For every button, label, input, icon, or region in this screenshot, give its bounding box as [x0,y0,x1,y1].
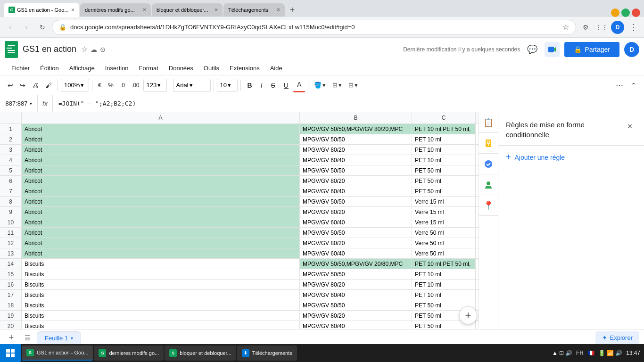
tab2-close[interactable]: × [143,7,146,13]
notes-icon[interactable]: 📋 [479,112,498,133]
menu-format[interactable]: Format [134,63,163,74]
cell-b[interactable]: MPGV/GV 80/20 [300,311,412,321]
menu-edition[interactable]: Édition [35,63,64,74]
text-color-button[interactable]: A [293,78,305,92]
cell-b[interactable]: MPGV/GV 50/50,MPGV/GV 80/20,MPC [300,124,412,134]
currency-button[interactable]: € [95,78,104,92]
cell-a[interactable]: Abricot [22,176,300,186]
cell-c[interactable]: PET 10 ml [412,134,476,144]
cell-b[interactable]: MPGV/GV 50/50 [300,228,412,238]
cell-b[interactable]: MPGV/GV 60/40 [300,217,412,227]
window-minimize[interactable] [611,8,619,17]
tab-2[interactable]: dernières modifs go... × [80,3,151,16]
cell-c[interactable]: PET 50 ml [412,165,476,175]
cell-b[interactable]: MPGV/GV 50/50 [300,165,412,175]
add-sheet-button[interactable]: + [5,331,18,345]
decimal-dec-button[interactable]: .0 [117,78,128,92]
taskbar-item-3[interactable]: S bloquer et debloquer... [165,346,236,361]
borders-button[interactable]: ⊞▾ [330,78,345,92]
cell-c[interactable]: PET 10 ml [412,269,476,279]
sheet-tab-chevron[interactable]: ▾ [71,336,73,341]
cell-c[interactable]: PET 10 ml,PET 50 ml, [412,259,476,269]
cell-c[interactable]: PET 50 ml [412,176,476,186]
cell-b[interactable]: MPGV/GV 80/20 [300,145,412,155]
tab1-close[interactable]: × [71,7,74,13]
user-avatar[interactable]: D [624,42,639,57]
back-button[interactable]: ‹ [4,21,17,34]
taskbar-item-2[interactable]: S dernieres modifs go... [94,346,164,361]
taskbar-notifications[interactable]: ▲⊡🔊 [552,350,572,356]
fab-plus-button[interactable]: + [459,306,477,324]
meet-icon[interactable] [545,42,560,57]
cell-c[interactable]: Verre 50 ml [412,228,476,238]
cell-a[interactable]: Abricot [22,228,300,238]
cell-b[interactable]: MPGV/GV 50/50 [300,197,412,206]
cell-c[interactable]: Verre 50 ml [412,248,476,258]
bookmark-icon[interactable]: ☆ [562,23,569,32]
cell-b[interactable]: MPGV/GV 80/20 [300,176,412,186]
cell-a[interactable]: Biscuits [22,280,300,289]
cell-a[interactable]: Abricot [22,217,300,227]
history-icon[interactable]: ⊙ [100,46,106,53]
cell-a[interactable]: Biscuits [22,259,300,269]
start-button[interactable] [0,344,21,362]
print-button[interactable]: 🖨 [29,78,41,92]
cell-a[interactable]: Abricot [22,145,300,155]
cell-a[interactable]: Abricot [22,186,300,196]
cell-c[interactable]: PET 10 ml [412,280,476,289]
italic-button[interactable]: I [257,78,266,92]
cell-c[interactable]: Verre 15 ml [412,197,476,206]
chat-icon[interactable]: 💬 [525,42,540,57]
tab-4[interactable]: Téléchargements × [223,3,285,16]
merge-button[interactable]: ⊟▾ [346,78,361,92]
browser-menu-btn[interactable]: ⋮ [627,21,640,34]
contacts-icon[interactable] [479,174,498,195]
add-rule-btn[interactable]: + Ajouter une règle [498,146,644,169]
cell-a[interactable]: Biscuits [22,321,300,329]
tab4-close[interactable]: × [277,7,280,13]
decimal-inc-button[interactable]: .00 [129,78,142,92]
cell-c[interactable]: Verre 15 ml [412,207,476,217]
cell-a[interactable]: Abricot [22,207,300,217]
explorer-button[interactable]: ✦ Explorer [595,331,639,344]
cell-b[interactable]: MPGV/GV 60/40 [300,321,412,329]
cell-c[interactable]: PET 10 ml,PET 50 ml, [412,124,476,134]
redo-button[interactable]: ↪ [17,78,28,92]
cell-a[interactable]: Biscuits [22,290,300,300]
taskbar-item-4[interactable]: ⬇ Téléchargements [237,346,297,361]
percent-button[interactable]: % [105,78,116,92]
cell-c[interactable]: Verre 15 ml [412,217,476,227]
menu-aide[interactable]: Aide [265,63,287,74]
cell-b[interactable]: MPGV/GV 60/40 [300,186,412,196]
cell-a[interactable]: Abricot [22,134,300,144]
col-header-c[interactable]: C [412,112,476,123]
star-icon[interactable]: ☆ [81,45,88,54]
menu-fichier[interactable]: Fichier [7,63,34,74]
zoom-dropdown[interactable]: 100% ▾ [61,79,89,92]
tasks-icon[interactable] [479,154,498,174]
menu-insertion[interactable]: Insertion [100,63,133,74]
cell-b[interactable]: MPGV/GV 60/40 [300,155,412,165]
drive-icon[interactable]: ☁ [91,46,97,53]
menu-affichage[interactable]: Affichage [65,63,99,74]
sheet-list-button[interactable]: ☰ [21,331,34,345]
col-header-b[interactable]: B [300,112,412,123]
fill-color-button[interactable]: 🪣▾ [311,78,329,92]
sheet-tab-feuille1[interactable]: Feuille 1 ▾ [37,331,81,345]
new-tab-btn[interactable]: + [286,3,299,16]
reload-button[interactable]: ↻ [36,21,49,34]
tab-1[interactable]: G GS1 en action - Goo... × [4,3,79,17]
bold-button[interactable]: B [244,78,256,92]
cell-a[interactable]: Abricot [22,197,300,206]
cell-a[interactable]: Abricot [22,124,300,134]
cell-c[interactable]: PET 10 ml [412,155,476,165]
cell-c[interactable]: PET 50 ml [412,186,476,196]
font-name-dropdown[interactable]: Arial ▾ [173,79,211,92]
undo-button[interactable]: ↩ [5,78,16,92]
extensions-btn[interactable]: ⚙ [579,21,592,34]
cell-a[interactable]: Biscuits [22,269,300,279]
cell-a[interactable]: Biscuits [22,300,300,310]
window-close[interactable] [632,8,640,17]
share-button[interactable]: 🔒 Partager [564,42,619,57]
menu-outils[interactable]: Outils [199,63,224,74]
